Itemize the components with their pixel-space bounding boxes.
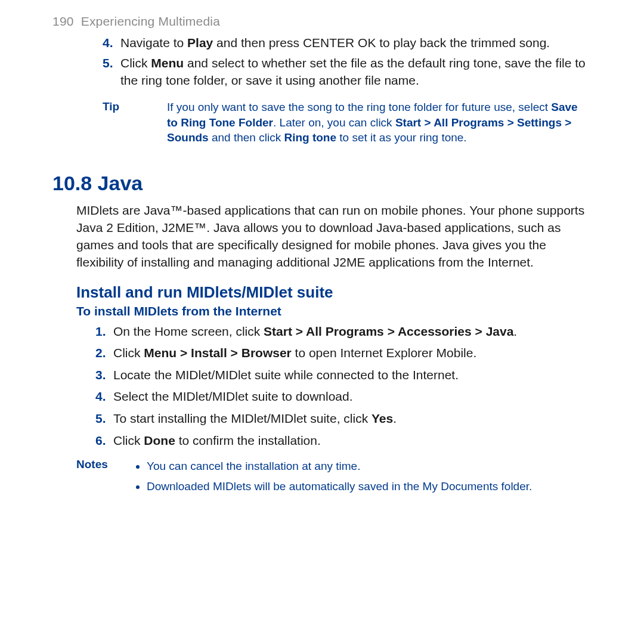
list-number: 4. xyxy=(95,387,113,407)
install-step: 4.Select the MIDlet/MIDlet suite to down… xyxy=(95,387,587,407)
list-text: Click Menu and select to whether set the… xyxy=(120,55,587,89)
install-step: 5.To start installing the MIDlet/MIDlet … xyxy=(95,409,587,429)
subheading-install-run: Install and run MIDlets/MIDlet suite xyxy=(76,283,587,302)
notes-list: You can cancel the installation at any t… xyxy=(136,457,587,497)
install-internet-steps: 1.On the Home screen, click Start > All … xyxy=(52,322,587,450)
list-text: Locate the MIDlet/MIDlet suite while con… xyxy=(113,366,587,385)
trim-song-step: 4.Navigate to Play and then press CENTER… xyxy=(103,35,587,51)
trim-song-steps: 4.Navigate to Play and then press CENTER… xyxy=(52,35,587,89)
task-heading-install-internet: To install MIDlets from the Internet xyxy=(76,304,587,318)
chapter-title: Experiencing Multimedia xyxy=(81,14,220,28)
page-root: 190 Experiencing Multimedia 4.Navigate t… xyxy=(0,0,644,521)
install-step: 2.Click Menu > Install > Browser to open… xyxy=(95,343,587,363)
list-text: Click Menu > Install > Browser to open I… xyxy=(113,343,587,363)
trim-song-step: 5.Click Menu and select to whether set t… xyxy=(103,55,587,89)
list-text: Select the MIDlet/MIDlet suite to downlo… xyxy=(113,387,587,407)
section-heading-java: 10.8 Java xyxy=(52,172,587,195)
list-number: 6. xyxy=(95,431,113,451)
install-step: 3.Locate the MIDlet/MIDlet suite while c… xyxy=(95,366,587,385)
install-step: 1.On the Home screen, click Start > All … xyxy=(95,322,587,342)
notes-label: Notes xyxy=(76,457,136,497)
page-number: 190 xyxy=(52,14,74,28)
list-text: Navigate to Play and then press CENTER O… xyxy=(120,35,587,51)
running-header: 190 Experiencing Multimedia xyxy=(52,14,587,29)
notes-item: Downloaded MIDlets will be automatically… xyxy=(147,478,587,495)
install-step: 6.Click Done to confirm the installation… xyxy=(95,431,587,451)
list-text: On the Home screen, click Start > All Pr… xyxy=(113,322,587,342)
notes-callout: Notes You can cancel the installation at… xyxy=(52,457,587,497)
list-number: 1. xyxy=(95,322,113,342)
list-text: Click Done to confirm the installation. xyxy=(113,431,587,451)
list-number: 3. xyxy=(95,366,113,385)
list-number: 5. xyxy=(103,55,120,89)
list-number: 4. xyxy=(103,35,120,51)
tip-callout: Tip If you only want to save the song to… xyxy=(52,100,587,145)
java-intro-paragraph: MIDlets are Java™-based applications tha… xyxy=(52,202,587,271)
list-number: 5. xyxy=(95,409,113,429)
list-number: 2. xyxy=(95,343,113,363)
notes-item: You can cancel the installation at any t… xyxy=(147,457,587,475)
tip-label: Tip xyxy=(103,100,167,145)
list-text: To start installing the MIDlet/MIDlet su… xyxy=(113,409,587,429)
tip-body: If you only want to save the song to the… xyxy=(167,100,587,145)
